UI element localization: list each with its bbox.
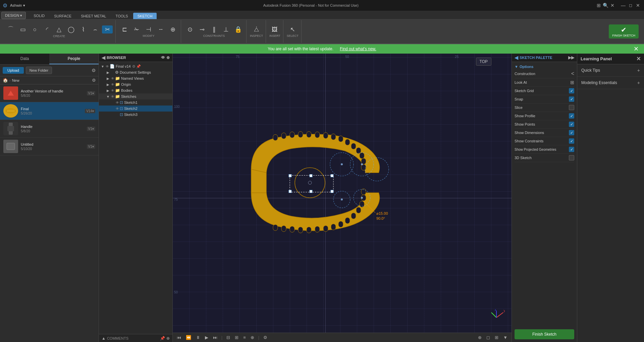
line-tool[interactable]: ⌒: [5, 25, 16, 34]
browser-expand-icon[interactable]: ⊕: [166, 55, 170, 60]
parallel-tool[interactable]: ∥: [209, 25, 219, 33]
trim-tool[interactable]: ✁: [131, 25, 142, 33]
options-section-title[interactable]: ▼ Options: [515, 64, 574, 69]
collinear-tool[interactable]: ⊸: [197, 25, 207, 33]
timeline-list-button[interactable]: ≡: [242, 334, 247, 341]
browser-collapse-icon[interactable]: ◀: [102, 55, 105, 60]
tree-vis[interactable]: 👁: [110, 83, 115, 86]
perpendicular-tool[interactable]: ⊥: [221, 25, 231, 33]
tab-sheet-metal[interactable]: SHEET METAL: [76, 13, 110, 19]
finish-sketch-button[interactable]: ✔ FINISH SKETCH: [609, 24, 639, 39]
timeline-expand-button[interactable]: ⊞: [233, 334, 240, 341]
projected-geom-checkbox[interactable]: ✓: [569, 147, 574, 152]
rect-tool[interactable]: ▭: [17, 25, 28, 33]
scissors-tool[interactable]: ✂: [102, 25, 113, 33]
comments-pin-icon[interactable]: 📌: [160, 336, 165, 341]
learning-panel-close-button[interactable]: ✕: [636, 56, 641, 62]
minimize-button[interactable]: —: [620, 2, 627, 9]
tab-people[interactable]: People: [49, 54, 99, 64]
tree-vis[interactable]: 👁: [110, 95, 115, 98]
spline-tool[interactable]: ⌇: [78, 25, 89, 33]
conic-tool[interactable]: ⌢: [90, 25, 101, 33]
notification-close-button[interactable]: ✕: [634, 46, 639, 52]
construction-icon[interactable]: <: [571, 71, 574, 77]
polygon-tool[interactable]: △: [54, 25, 64, 33]
tree-item-root[interactable]: ▼ 👁 📄 Final v14 ⚙ 📌: [99, 63, 172, 69]
sketch-grid-checkbox[interactable]: ✓: [569, 88, 574, 93]
play-prev-button[interactable]: ⏪: [184, 334, 193, 341]
tree-item-namedviews[interactable]: ▶ 👁 📁 Named Views: [99, 75, 172, 81]
play-end-button[interactable]: ⏭: [212, 334, 219, 341]
arc-tool[interactable]: ◜: [42, 25, 52, 33]
display-options-button[interactable]: ⊞: [493, 334, 500, 341]
design-dropdown[interactable]: DESIGN ▾: [1, 12, 26, 19]
timeline-filter-button[interactable]: ⊕: [249, 334, 256, 341]
list-item[interactable]: Another Version of handle 5/8/20 V1▾: [0, 84, 99, 102]
show-constraints-checkbox[interactable]: ✓: [569, 138, 574, 144]
sidebar-settings-icon[interactable]: ⚙: [92, 68, 96, 73]
tab-tools[interactable]: TOOLS: [111, 13, 132, 19]
breadcrumb-new[interactable]: New: [12, 78, 19, 82]
select-tool[interactable]: ↖: [287, 25, 298, 33]
tree-item-bodies[interactable]: ▶ 👁 📁 Bodies: [99, 87, 172, 93]
tab-data[interactable]: Data: [0, 54, 49, 64]
upload-button[interactable]: Upload: [3, 67, 24, 74]
insert-image[interactable]: 🖼: [269, 25, 280, 33]
palette-collapse-icon[interactable]: ◀: [515, 55, 518, 60]
finish-sketch-panel-button[interactable]: Finish Sketch: [515, 329, 574, 339]
timeline-compact-button[interactable]: ⊟: [225, 334, 231, 341]
tab-surface[interactable]: SURFACE: [50, 13, 76, 19]
new-folder-button[interactable]: New Folder: [26, 67, 52, 74]
tree-vis[interactable]: 👁: [115, 107, 120, 111]
tab-sketch[interactable]: SKETCH: [133, 13, 157, 19]
search-icon[interactable]: 🔍: [603, 3, 608, 8]
tree-item-docsettings[interactable]: ▶ 👁 ⚙ Document Settings: [99, 69, 172, 75]
lookat-icon[interactable]: ⊞: [570, 80, 574, 85]
break-tool[interactable]: ╌: [155, 25, 166, 33]
offset-tool[interactable]: ⊕: [167, 25, 178, 33]
show-points-checkbox[interactable]: ✓: [569, 122, 574, 127]
list-item[interactable]: Handle 5/8/20 V1▾: [0, 120, 99, 138]
tree-vis[interactable]: 👁: [115, 101, 120, 105]
3d-sketch-checkbox[interactable]: [569, 155, 574, 160]
tree-item-sketch2[interactable]: ▶ 👁 ⊡ Sketch2: [99, 106, 172, 112]
app-user[interactable]: Ashwin ▾: [10, 3, 25, 8]
show-profile-checkbox[interactable]: ✓: [569, 113, 574, 119]
learning-item-modeling[interactable]: Modeling Essentials +: [577, 77, 644, 89]
tab-solid[interactable]: SOLID: [29, 12, 49, 19]
ellipse-tool[interactable]: ◯: [66, 25, 76, 33]
tree-vis-root[interactable]: 👁: [105, 65, 110, 68]
play-next-button[interactable]: ▶: [204, 334, 210, 341]
tree-vis[interactable]: 👁: [110, 89, 115, 92]
browser-eye-icon[interactable]: 👁: [161, 55, 165, 60]
list-item[interactable]: Final 5/26/20 V14▾: [0, 102, 99, 120]
circle-tool[interactable]: ○: [30, 25, 40, 33]
snap-checkbox[interactable]: ✓: [569, 96, 574, 102]
tree-pin-icon[interactable]: 📌: [136, 64, 141, 69]
viewport[interactable]: 755025 1007550: [173, 54, 512, 342]
timeline-settings-button[interactable]: ⚙: [262, 334, 269, 341]
list-item[interactable]: Untitled 5/10/20 V1▾: [0, 138, 99, 155]
notification-link[interactable]: Find out what's new.: [340, 47, 376, 51]
snap-button[interactable]: ⊕: [477, 334, 483, 341]
comments-toggle-icon[interactable]: ▲: [102, 336, 106, 341]
show-dimensions-checkbox[interactable]: ✓: [569, 130, 574, 135]
palette-expand-icon[interactable]: ▶▶: [568, 55, 574, 60]
coincident-tool[interactable]: ⊙: [184, 25, 195, 33]
view-options-button[interactable]: ◻: [485, 334, 491, 341]
breadcrumb-home-icon[interactable]: 🏠: [3, 78, 8, 83]
comments-expand-icon[interactable]: ⊕: [166, 336, 170, 341]
fillet-tool[interactable]: ⊏: [119, 25, 130, 33]
tree-vis[interactable]: 👁: [110, 77, 115, 80]
play-pause-button[interactable]: ⏸: [195, 334, 202, 341]
close-file-icon[interactable]: ✕: [610, 3, 614, 8]
lock-tool[interactable]: 🔒: [233, 25, 244, 33]
measure-tool[interactable]: ⧊: [251, 25, 262, 33]
extend-tool[interactable]: ⊣: [143, 25, 154, 33]
tree-item-sketch1[interactable]: ▶ 👁 ⊡ Sketch1: [99, 99, 172, 106]
slice-checkbox[interactable]: [569, 105, 574, 110]
learning-item-quick-tips[interactable]: Quick Tips +: [577, 64, 644, 77]
restore-button[interactable]: ◻: [627, 2, 634, 9]
tree-item-sketches[interactable]: ▼ 👁 📁 Sketches: [99, 93, 172, 99]
more-options-button[interactable]: ▼: [502, 334, 509, 341]
